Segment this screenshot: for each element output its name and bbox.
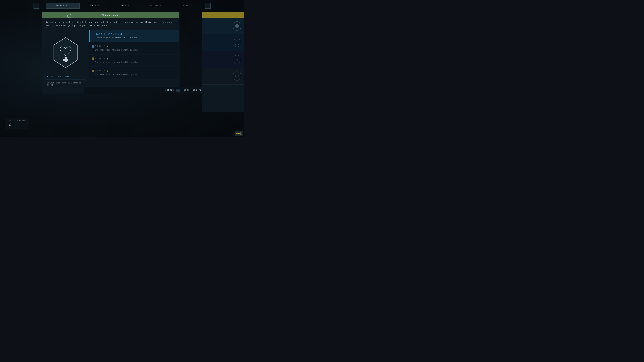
right-skills-panel: SOC <box>202 12 244 112</box>
rank-1-desc: Increase your maximum health by 10%. <box>93 37 176 39</box>
right-skill-4[interactable] <box>202 68 244 85</box>
rank-2-stripe <box>92 45 94 48</box>
skill-body: RANK AVAILABLE Unlock this Rank to incre… <box>42 30 179 94</box>
rank-3-stripe <box>92 57 94 60</box>
wellness-icon <box>51 36 80 69</box>
skill-points-value: 2 <box>8 122 26 127</box>
rank-2-desc: Increase your maximum health by 20%. <box>92 49 176 51</box>
rank-1-item[interactable]: RANK 1 AVAILABLE Increase your maximum h… <box>89 30 179 42</box>
svg-rect-15 <box>236 134 240 135</box>
skill-detail-panel: WELLNESS By embracing an active lifestyl… <box>42 12 180 94</box>
watermark: GG <box>235 131 243 136</box>
svg-marker-8 <box>233 55 241 64</box>
nav-prev-button[interactable]: ← <box>34 3 39 8</box>
social-skill-2-icon <box>232 37 242 48</box>
rank-4-label: RANK 4 <box>95 70 105 72</box>
rank-3-item: RANK 3 🔒 Increase your maximum health by… <box>89 54 179 67</box>
rank-3-desc: Increase your maximum health by 30%. <box>92 61 176 63</box>
rank-4-header: RANK 4 🔒 <box>92 70 176 72</box>
skill-icon-container <box>50 35 81 70</box>
rank-4-stripe <box>92 70 94 72</box>
skill-category-nav: ← PHYSICAL SOCIAL COMBAT SCIENCE TECH → <box>34 3 211 8</box>
svg-marker-9 <box>233 71 241 81</box>
nav-next-button[interactable]: → <box>205 3 211 8</box>
rank-1-header: RANK 1 AVAILABLE <box>93 33 176 35</box>
gamer-guides-logo: GG <box>235 131 243 136</box>
rank-2-lock-icon: 🔒 <box>107 45 109 47</box>
rank-4-item: RANK 4 🔒 Increase your maximum health by… <box>89 67 179 79</box>
rank-2-header: RANK 2 🔒 <box>92 45 176 48</box>
skill-title: WELLNESS <box>42 12 179 18</box>
rank-available-line <box>46 79 86 79</box>
svg-marker-6 <box>233 38 241 47</box>
unlock-key-badge: E <box>176 89 180 92</box>
rank-1-label: RANK 1 AVAILABLE <box>96 33 123 35</box>
skill-icon-area: RANK AVAILABLE Unlock this Rank to incre… <box>42 30 89 94</box>
social-skill-4-icon <box>232 71 242 82</box>
right-panel-title: SOC <box>202 12 244 17</box>
rank-available-label: RANK AVAILABLE <box>46 75 72 78</box>
tab-science[interactable]: SCIENCE <box>140 3 172 8</box>
svg-text:GG: GG <box>241 134 242 135</box>
nav-tabs-container: PHYSICAL SOCIAL COMBAT SCIENCE TECH <box>39 3 205 8</box>
unlock-label: UNLOCK <box>165 89 174 91</box>
rank-3-label: RANK 3 <box>95 57 105 60</box>
action-bar: UNLOCK E BACK HOLD TO EXIT TAB <box>84 87 222 94</box>
tab-combat[interactable]: COMBAT <box>110 3 140 8</box>
right-skill-1[interactable] <box>202 17 244 34</box>
skill-points-label: SKILL POINTS <box>8 120 26 122</box>
rank-4-desc: Increase your maximum health by 40%. <box>92 73 176 76</box>
rank-2-label: RANK 2 <box>95 45 105 48</box>
skill-points-panel: SKILL POINTS 2 <box>5 118 29 129</box>
right-skill-3[interactable] <box>202 51 244 68</box>
tab-tech[interactable]: TECH <box>172 3 198 8</box>
unlock-action[interactable]: UNLOCK E <box>165 89 180 92</box>
rank-available-desc: Unlock this Rank to increase Skill. <box>46 82 86 86</box>
tab-physical[interactable]: PHYSICAL <box>46 3 80 8</box>
ranks-list: RANK 1 AVAILABLE Increase your maximum h… <box>89 30 179 94</box>
rank-3-header: RANK 3 🔒 <box>92 57 176 60</box>
svg-rect-14 <box>236 132 240 133</box>
rank-3-lock-icon: 🔒 <box>107 58 109 60</box>
tab-social[interactable]: SOCIAL <box>80 3 110 8</box>
right-skill-2[interactable] <box>202 34 244 51</box>
rank-4-lock-icon: 🔒 <box>107 70 109 72</box>
back-label: BACK <box>184 89 190 91</box>
rank-1-stripe <box>93 33 94 35</box>
svg-rect-5 <box>235 25 239 27</box>
social-skill-1-icon <box>232 20 242 31</box>
svg-marker-0 <box>54 37 77 68</box>
rank-2-item: RANK 2 🔒 Increase your maximum health by… <box>89 42 179 54</box>
social-skill-3-icon <box>232 54 242 65</box>
svg-rect-2 <box>63 59 68 61</box>
skill-description: By embracing an active lifestyle and goo… <box>42 18 179 30</box>
